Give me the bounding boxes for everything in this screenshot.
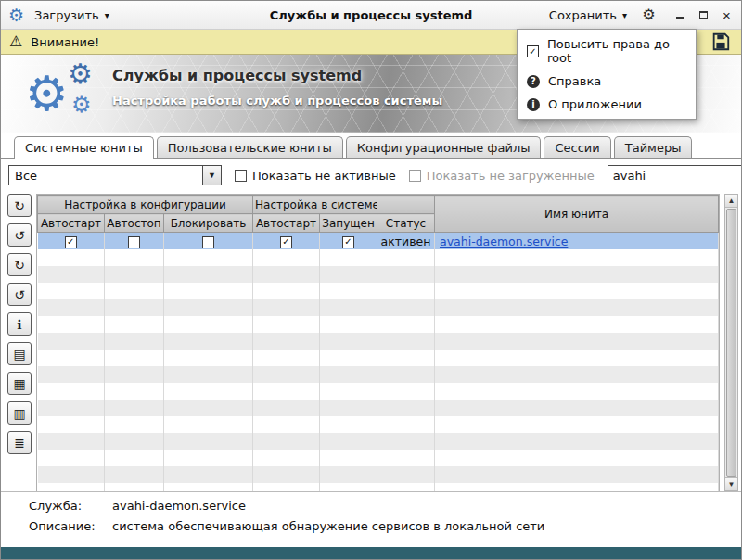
column-header-autostart-system[interactable]: Автостарт bbox=[253, 214, 320, 233]
status-bar bbox=[1, 547, 741, 559]
menu-item-about[interactable]: i О приложении bbox=[518, 93, 696, 116]
service-value: avahi-daemon.service bbox=[112, 499, 246, 513]
scroll-down-icon: ▼ bbox=[728, 480, 736, 489]
main-area: ↻↺↻↺ℹ▤▦▥≣ Настройка в конфигурации Настр… bbox=[1, 192, 741, 492]
column-header-autostart-config[interactable]: Автостарт bbox=[38, 214, 105, 233]
column-header-unit-name[interactable]: Имя юнита bbox=[435, 196, 719, 233]
menu-item-help[interactable]: ? Справка bbox=[518, 70, 696, 93]
save-to-file-button[interactable] bbox=[709, 31, 733, 53]
app-window: Службы и процессы systemd ⚙ Загрузить ▾ … bbox=[0, 0, 742, 560]
empty-row bbox=[38, 299, 719, 316]
show-unloaded-label: Показать не загруженные bbox=[427, 169, 595, 183]
empty-row bbox=[38, 466, 719, 483]
empty-row bbox=[38, 400, 719, 416]
column-header-block[interactable]: Блокировать bbox=[164, 214, 253, 233]
empty-row bbox=[38, 249, 719, 266]
block-config-checkbox[interactable] bbox=[202, 236, 214, 248]
combobox-dropdown-button[interactable]: ▼ bbox=[202, 166, 221, 185]
running-checkbox[interactable]: ✓ bbox=[342, 236, 354, 248]
info-button[interactable]: ℹ bbox=[7, 312, 32, 336]
warning-label: Внимание! bbox=[31, 35, 99, 49]
config-file-button[interactable]: ▦ bbox=[7, 372, 32, 395]
root-privileges-checkbox-icon: ✓ bbox=[527, 45, 539, 57]
autostop-config-checkbox[interactable] bbox=[128, 236, 140, 248]
column-header-status[interactable]: Статус bbox=[377, 214, 435, 233]
restart-unit-icon: ↺ bbox=[14, 228, 25, 243]
save-button[interactable]: Сохранить ▾ bbox=[544, 6, 632, 25]
checkbox-icon bbox=[235, 170, 247, 182]
gear-icon: ⚙ bbox=[642, 7, 655, 22]
stop-unit-icon: ↺ bbox=[14, 287, 25, 302]
empty-row bbox=[38, 283, 719, 299]
description-value: система обеспечивающая обнаружение серви… bbox=[112, 519, 544, 533]
empty-row bbox=[38, 366, 719, 383]
empty-row bbox=[38, 383, 719, 400]
restart-unit-button[interactable]: ↺ bbox=[7, 223, 32, 247]
start-unit-button[interactable]: ↻ bbox=[7, 253, 32, 276]
stop-unit-button[interactable]: ↺ bbox=[7, 283, 32, 306]
about-icon: i bbox=[527, 98, 540, 111]
menu-item-root[interactable]: ✓ Повысить права до root bbox=[518, 32, 696, 70]
titlebar: Службы и процессы systemd ⚙ Загрузить ▾ … bbox=[1, 1, 741, 30]
load-button-label: Загрузить bbox=[34, 8, 99, 22]
config-file-icon: ▦ bbox=[13, 376, 25, 391]
minimize-icon bbox=[676, 12, 684, 19]
menu-item-label: Повысить права до root bbox=[547, 37, 686, 65]
info-icon: ℹ bbox=[17, 317, 21, 332]
logo-gear-large-icon: ⚙ bbox=[25, 70, 69, 118]
log-file-button[interactable]: ▤ bbox=[7, 342, 32, 365]
tab-system-units[interactable]: Системные юниты bbox=[14, 136, 154, 159]
unit-name-link[interactable]: avahi-daemon.service bbox=[437, 235, 568, 248]
app-logo: ⚙ ⚙ ⚙ bbox=[25, 58, 109, 129]
start-unit-icon: ↻ bbox=[14, 258, 25, 273]
units-table-body: ✓✓✓активенavahi-daemon.service bbox=[38, 233, 719, 492]
help-icon: ? bbox=[527, 75, 540, 88]
group-header-spacer bbox=[377, 196, 435, 214]
scroll-up-button[interactable]: ▲ bbox=[725, 195, 737, 208]
window-controls: × bbox=[673, 8, 734, 22]
empty-row bbox=[38, 350, 719, 366]
units-table-container: Настройка в конфигурации Настройка в сис… bbox=[36, 194, 720, 491]
close-button[interactable]: × bbox=[720, 8, 734, 22]
tab-bar: Системные юниты Пользовательские юниты К… bbox=[1, 133, 741, 159]
maximize-button[interactable] bbox=[697, 8, 710, 22]
scroll-up-icon: ▲ bbox=[728, 197, 736, 205]
app-gear-icon: ⚙ bbox=[8, 6, 24, 24]
tab-user-units[interactable]: Пользовательские юниты bbox=[157, 136, 343, 158]
log-file-icon: ▤ bbox=[13, 347, 25, 362]
refresh-button[interactable]: ↻ bbox=[7, 194, 32, 217]
description-label: Описание: bbox=[29, 519, 112, 533]
scroll-down-button[interactable]: ▼ bbox=[725, 477, 737, 490]
scrollbar-thumb[interactable] bbox=[726, 209, 736, 477]
floppy-disk-icon bbox=[710, 32, 731, 52]
autostart-config-checkbox[interactable]: ✓ bbox=[65, 236, 77, 248]
tab-sessions[interactable]: Сессии bbox=[544, 136, 610, 158]
tab-config-files[interactable]: Конфигурационные файлы bbox=[346, 136, 542, 158]
autostart-system-checkbox[interactable]: ✓ bbox=[280, 236, 292, 248]
settings-button[interactable]: ⚙ bbox=[642, 8, 656, 22]
minimize-button[interactable] bbox=[673, 8, 687, 22]
dependencies-icon: ▥ bbox=[13, 406, 25, 421]
unit-row[interactable]: ✓✓✓активенavahi-daemon.service bbox=[38, 233, 719, 250]
column-header-running[interactable]: Запущен bbox=[320, 214, 377, 233]
units-table: Настройка в конфигурации Настройка в сис… bbox=[37, 195, 719, 491]
show-unloaded-checkbox[interactable]: Показать не загруженные bbox=[409, 169, 595, 183]
tab-timers[interactable]: Таймеры bbox=[614, 136, 693, 158]
load-button[interactable]: Загрузить ▾ bbox=[30, 6, 114, 25]
dependencies-button[interactable]: ▥ bbox=[7, 401, 32, 425]
empty-row bbox=[38, 483, 719, 491]
unit-list-icon: ≣ bbox=[14, 436, 25, 451]
show-inactive-checkbox[interactable]: Показать не активные bbox=[235, 169, 396, 183]
close-icon: × bbox=[723, 8, 731, 22]
column-header-autostop-config[interactable]: Автостоп bbox=[105, 214, 164, 233]
empty-row bbox=[38, 266, 719, 283]
vertical-scrollbar[interactable]: ▲ ▼ bbox=[724, 194, 738, 491]
filter-bar: Все ▼ Показать не активные Показать не з… bbox=[1, 159, 741, 192]
unit-list-button[interactable]: ≣ bbox=[7, 431, 32, 454]
unit-search-input[interactable] bbox=[608, 165, 742, 185]
unit-type-combobox[interactable]: Все ▼ bbox=[8, 165, 222, 185]
maximize-icon bbox=[699, 11, 708, 19]
left-toolbar: ↻↺↻↺ℹ▤▦▥≣ bbox=[7, 194, 32, 491]
chevron-down-icon: ▾ bbox=[622, 10, 627, 20]
save-dropdown-menu: ✓ Повысить права до root ? Справка i О п… bbox=[517, 29, 697, 120]
